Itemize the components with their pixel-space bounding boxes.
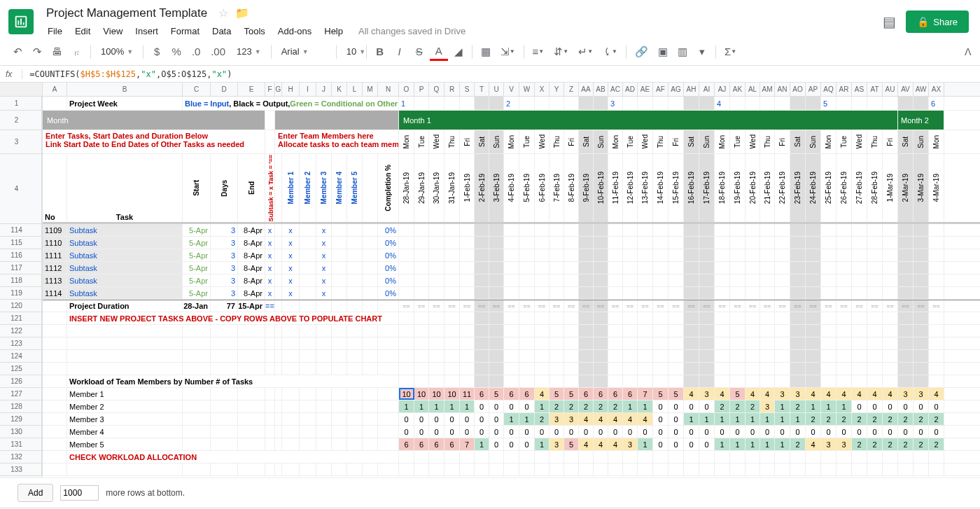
text-color-button[interactable]: A [430,43,448,61]
cell[interactable] [790,375,806,387]
cell[interactable] [564,312,579,324]
cell[interactable]: Month 2 [898,111,944,130]
cell[interactable] [608,237,623,249]
cell[interactable] [699,337,715,349]
cell[interactable]: End [238,154,265,222]
cell[interactable] [347,287,363,299]
menu-addons[interactable]: Add-ons [272,23,317,39]
row-header[interactable]: 119 [0,287,42,300]
cell[interactable] [399,274,414,286]
col-header-AF[interactable]: AF [653,83,668,96]
cell[interactable] [363,438,378,450]
cell[interactable]: Sat [898,130,913,153]
cell[interactable] [332,426,347,438]
cell[interactable] [883,237,898,249]
cell[interactable] [579,451,594,463]
cell[interactable] [929,463,944,475]
cell[interactable] [414,312,429,324]
cell[interactable] [806,337,821,349]
cell[interactable]: 0 [929,400,944,412]
cell[interactable] [275,337,282,349]
cell[interactable] [699,274,715,286]
cell[interactable] [414,463,429,475]
cell[interactable] [43,451,67,463]
cell[interactable] [519,463,535,475]
cell[interactable]: 0 [489,400,504,412]
cell[interactable] [608,249,623,261]
row-header[interactable]: 122 [0,325,42,337]
cell[interactable] [211,426,238,438]
cell[interactable] [504,249,519,261]
cell[interactable] [821,375,836,387]
cell[interactable]: 4 [579,413,594,425]
col-header-AW[interactable]: AW [913,83,929,96]
cell[interactable]: 4-Mar-19 [929,154,944,222]
cell[interactable] [43,400,67,412]
cell[interactable]: x [282,249,300,261]
cell[interactable] [653,287,668,299]
cell[interactable]: 4 [806,438,821,450]
menu-format[interactable]: Format [165,23,205,39]
cell[interactable] [638,262,653,274]
cell[interactable]: 0 [460,413,475,425]
cell[interactable]: Month [43,111,265,130]
cell[interactable] [429,363,444,375]
cell[interactable]: == [429,300,444,312]
col-header-AC[interactable]: AC [608,83,623,96]
cell[interactable]: 2 [746,400,760,412]
cell[interactable] [300,438,316,450]
cell[interactable]: 1 [475,438,489,450]
col-header-AA[interactable]: AA [579,83,594,96]
cell[interactable] [821,224,836,236]
cell[interactable] [475,451,489,463]
cell[interactable] [550,463,564,475]
cell[interactable] [929,237,944,249]
cell[interactable]: 2 [790,400,806,412]
cell[interactable]: 7-Feb-19 [550,154,564,222]
cell[interactable] [519,337,535,349]
cell[interactable]: == [806,300,821,312]
cell[interactable] [668,337,684,349]
cell[interactable] [363,300,378,312]
cell[interactable] [913,375,929,387]
row-header[interactable]: 118 [0,274,42,287]
cell[interactable]: 10 [429,388,444,400]
cell[interactable] [715,262,730,274]
cell[interactable]: Thu [653,130,668,153]
cell[interactable] [715,463,730,475]
cell[interactable] [653,325,668,337]
cell[interactable] [883,224,898,236]
cell[interactable] [43,413,67,425]
filter-button[interactable]: ▾ [693,43,711,61]
cell[interactable]: == [929,300,944,312]
cell[interactable] [347,463,363,475]
cell[interactable] [282,388,300,400]
cell[interactable] [913,274,929,286]
cell[interactable] [378,363,399,375]
cell[interactable]: == [898,300,913,312]
cell[interactable] [929,287,944,299]
cell[interactable]: == [746,300,760,312]
cell[interactable] [684,451,699,463]
cell[interactable] [347,237,363,249]
cell[interactable]: 2 [898,438,913,450]
cell[interactable]: CHECK WORKLOAD ALLOCATION [67,451,399,463]
borders-button[interactable]: ▦ [477,43,495,61]
cell[interactable] [282,363,300,375]
col-header-L[interactable]: L [347,83,363,96]
cell[interactable] [378,337,399,349]
cell[interactable]: 0 [489,426,504,438]
cell[interactable] [238,413,265,425]
cell[interactable]: 1109 [43,224,67,236]
cell[interactable] [378,426,399,438]
cell[interactable] [867,312,883,324]
cell[interactable] [460,325,475,337]
cell[interactable] [653,274,668,286]
cell[interactable] [504,224,519,236]
cell[interactable] [638,224,653,236]
cell[interactable] [594,287,608,299]
cell[interactable]: Wed [429,130,444,153]
cell[interactable] [684,249,699,261]
col-header-Z[interactable]: Z [564,83,579,96]
cell[interactable]: 2 [867,413,883,425]
